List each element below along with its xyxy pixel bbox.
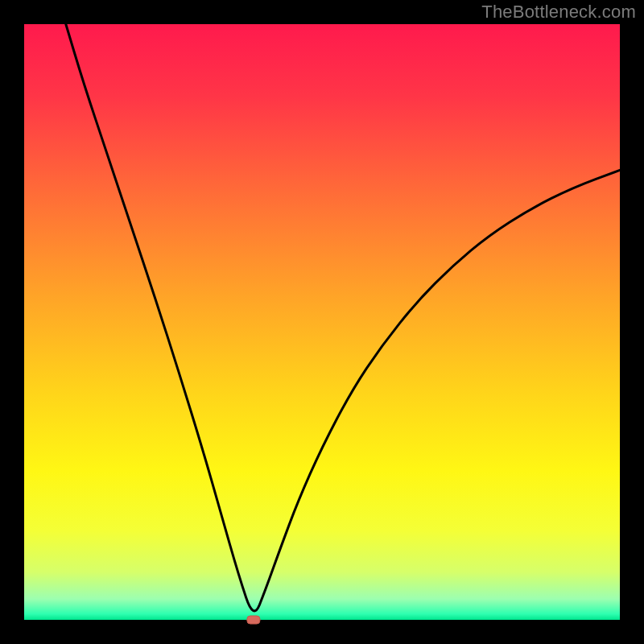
- bottleneck-chart: [0, 0, 644, 644]
- chart-frame: TheBottleneck.com: [0, 0, 644, 644]
- minimum-marker: [247, 616, 260, 624]
- watermark-text: TheBottleneck.com: [481, 2, 636, 23]
- plot-background: [24, 24, 620, 620]
